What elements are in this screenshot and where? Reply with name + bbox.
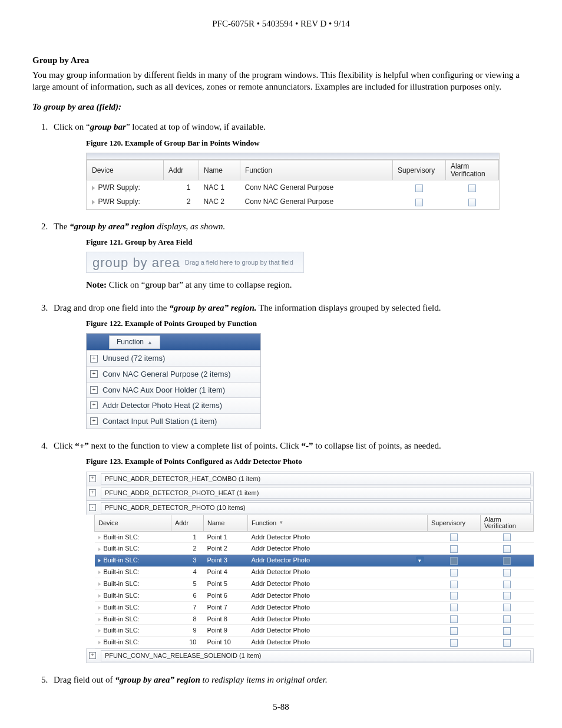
- expand-icon[interactable]: +: [90, 401, 98, 409]
- step-5: Drag field out of “group by area” region…: [50, 674, 530, 686]
- note: Note: Click on “group bar” at any time t…: [86, 279, 530, 291]
- checkbox[interactable]: [450, 545, 458, 553]
- checkbox[interactable]: [468, 199, 476, 206]
- expand-icon[interactable]: +: [90, 355, 98, 363]
- column-header[interactable]: Name: [204, 515, 248, 531]
- intro-paragraph: You may group information by different f…: [32, 69, 530, 93]
- group-row[interactable]: +Addr Detector Photo Heat (2 items): [87, 397, 260, 413]
- group-label: Conv NAC General Purpose (2 items): [103, 369, 230, 380]
- column-header[interactable]: Device: [87, 160, 164, 180]
- column-header[interactable]: Supervisory: [393, 160, 446, 180]
- checkbox[interactable]: [503, 627, 511, 635]
- checkbox[interactable]: [503, 545, 511, 553]
- checkbox[interactable]: [415, 185, 423, 192]
- group-row[interactable]: + PFUNC_CONV_NAC_RELEASE_SOLENOID (1 ite…: [86, 648, 534, 663]
- group-label: Addr Detector Photo Heat (2 items): [103, 400, 222, 411]
- checkbox[interactable]: [503, 533, 511, 541]
- step-4: Click “+” next to the function to view a…: [50, 440, 530, 663]
- checkbox[interactable]: [450, 533, 458, 541]
- group-row[interactable]: +PFUNC_ADDR_DETECTOR_PHOTO_HEAT (1 item): [86, 486, 534, 500]
- expand-icon[interactable]: +: [89, 652, 96, 659]
- checkbox[interactable]: [468, 185, 476, 192]
- sort-asc-icon: ▲: [147, 340, 153, 345]
- step-3: Drag and drop one field into the “group …: [50, 302, 530, 430]
- step-1: Click on “group bar” located at top of w…: [50, 121, 530, 209]
- table-row[interactable]: Built-in SLC:6Point 6Addr Detector Photo: [95, 589, 534, 601]
- column-header[interactable]: Name: [199, 160, 240, 180]
- table-row[interactable]: PWR Supply:1NAC 1Conv NAC General Purpos…: [87, 180, 499, 195]
- grouped-header[interactable]: Function▲: [87, 334, 260, 350]
- table-row[interactable]: Built-in SLC:4Point 4Addr Detector Photo: [95, 566, 534, 578]
- figure-123-title: Figure 123. Example of Points Configured…: [86, 456, 530, 467]
- figure-123: +PFUNC_ADDR_DETECTOR_HEAT_COMBO (1 item)…: [86, 472, 534, 663]
- checkbox[interactable]: [503, 615, 511, 623]
- function-chip[interactable]: Function▲: [109, 335, 160, 348]
- group-by-area-hint: Drag a field here to group by that field: [185, 258, 293, 267]
- column-header[interactable]: Addr: [164, 160, 199, 180]
- expand-icon[interactable]: +: [89, 475, 96, 482]
- table-row[interactable]: Built-in SLC:1Point 1Addr Detector Photo: [95, 531, 534, 543]
- figure-121-title: Figure 121. Group by Area Field: [86, 237, 530, 248]
- table-row[interactable]: Built-in SLC:5Point 5Addr Detector Photo: [95, 578, 534, 589]
- table-row[interactable]: Built-in SLC:3Point 3Addr Detector Photo…: [95, 555, 534, 566]
- figure-122-title: Figure 122. Example of Points Grouped by…: [86, 318, 530, 329]
- page-header: PFC-6075R • 5403594 • REV D • 9/14: [32, 18, 530, 29]
- column-header[interactable]: Device: [95, 515, 171, 531]
- sort-desc-icon: ▼: [279, 520, 283, 525]
- checkbox[interactable]: [450, 592, 458, 599]
- group-row-open[interactable]: - PFUNC_ADDR_DETECTOR_PHOTO (10 items): [86, 500, 534, 515]
- figure-121-group-by-area-bar[interactable]: group by area Drag a field here to group…: [86, 252, 304, 273]
- section-title: Group by Area: [32, 54, 530, 66]
- checkbox[interactable]: [503, 557, 511, 565]
- expand-icon[interactable]: +: [90, 386, 98, 394]
- table-row[interactable]: Built-in SLC:7Point 7Addr Detector Photo: [95, 601, 534, 613]
- expand-icon[interactable]: +: [90, 370, 98, 378]
- group-label: Conv NAC Aux Door Holder (1 item): [103, 385, 225, 396]
- checkbox[interactable]: [503, 639, 511, 647]
- checkbox[interactable]: [503, 592, 511, 599]
- column-header[interactable]: AlarmVerification: [446, 160, 499, 180]
- group-label: Unused (72 items): [103, 353, 165, 364]
- column-header[interactable]: Addr: [171, 515, 204, 531]
- checkbox[interactable]: [450, 615, 458, 623]
- step-2: The “group by area” region displays, as …: [50, 220, 530, 291]
- points-table: DeviceAddrNameFunctionSupervisoryAlarmVe…: [87, 160, 499, 209]
- checkbox[interactable]: [415, 199, 423, 206]
- group-row[interactable]: +Conv NAC Aux Door Holder (1 item): [87, 382, 260, 398]
- figure-122: Function▲ +Unused (72 items)+Conv NAC Ge…: [86, 333, 261, 429]
- column-header[interactable]: Function: [240, 160, 393, 180]
- table-row[interactable]: Built-in SLC:8Point 8Addr Detector Photo: [95, 613, 534, 625]
- table-row[interactable]: PWR Supply:2NAC 2Conv NAC General Purpos…: [87, 195, 499, 209]
- checkbox[interactable]: [503, 604, 511, 611]
- table-row[interactable]: Built-in SLC:2Point 2Addr Detector Photo: [95, 543, 534, 555]
- dropdown-icon[interactable]: ▾: [416, 556, 424, 565]
- group-row[interactable]: +PFUNC_ADDR_DETECTOR_HEAT_COMBO (1 item): [86, 472, 534, 486]
- figure-120: DeviceAddrNameFunctionSupervisoryAlarmVe…: [86, 153, 500, 210]
- group-by-area-label: group by area: [92, 254, 180, 272]
- expand-icon[interactable]: +: [89, 489, 96, 496]
- collapse-icon[interactable]: -: [89, 504, 96, 511]
- table-row[interactable]: Built-in SLC:10Point 10Addr Detector Pho…: [95, 637, 534, 648]
- group-bar[interactable]: [87, 153, 499, 160]
- subheading: To group by area (field):: [32, 101, 530, 113]
- group-row[interactable]: +Contact Input Pull Station (1 item): [87, 413, 260, 429]
- checkbox[interactable]: [450, 557, 458, 565]
- expand-icon[interactable]: +: [90, 417, 98, 425]
- checkbox[interactable]: [450, 581, 458, 588]
- checkbox[interactable]: [450, 569, 458, 577]
- page-number: 5-88: [0, 701, 562, 713]
- figure-120-title: Figure 120. Example of Group Bar in Poin…: [86, 138, 530, 149]
- expanded-points-table: DeviceAddrNameFunction▼SupervisoryAlarmV…: [94, 515, 534, 649]
- group-row[interactable]: +Conv NAC General Purpose (2 items): [87, 366, 260, 382]
- table-row[interactable]: Built-in SLC:9Point 9Addr Detector Photo: [95, 625, 534, 637]
- column-header[interactable]: Supervisory: [428, 515, 481, 531]
- group-row[interactable]: +Unused (72 items): [87, 350, 260, 366]
- column-header[interactable]: Function▼: [248, 515, 428, 531]
- group-label: Contact Input Pull Station (1 item): [103, 416, 217, 427]
- checkbox[interactable]: [503, 581, 511, 588]
- checkbox[interactable]: [450, 604, 458, 611]
- column-header[interactable]: AlarmVerification: [481, 515, 534, 531]
- checkbox[interactable]: [450, 627, 458, 635]
- checkbox[interactable]: [450, 639, 458, 647]
- checkbox[interactable]: [503, 569, 511, 577]
